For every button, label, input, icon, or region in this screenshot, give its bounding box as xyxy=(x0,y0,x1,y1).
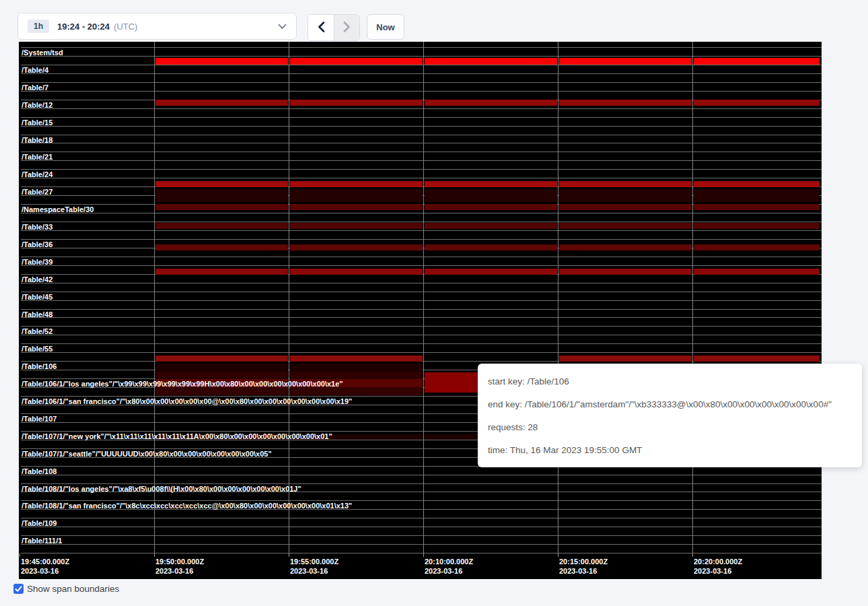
axis-tick-mark xyxy=(558,553,558,557)
row-start-key-label: /Table/52 xyxy=(22,327,52,336)
heat-cell[interactable] xyxy=(559,100,692,106)
span-boundary-line xyxy=(21,143,822,143)
axis-tick-date: 2023-03-16 xyxy=(425,566,473,576)
span-boundary-line xyxy=(21,126,822,127)
heat-cell[interactable] xyxy=(425,58,557,65)
heat-cell[interactable] xyxy=(559,58,692,65)
heat-cell[interactable] xyxy=(694,181,820,187)
heat-cell[interactable] xyxy=(694,244,820,250)
heat-cell[interactable] xyxy=(559,181,692,187)
heat-cell[interactable] xyxy=(559,204,692,210)
heat-cell[interactable] xyxy=(290,269,423,275)
span-boundary-line xyxy=(21,326,822,327)
heat-cell[interactable] xyxy=(155,364,288,372)
axis-tick-time: 19:50:00.000Z xyxy=(155,557,204,566)
span-boundary-line xyxy=(21,317,822,318)
span-boundary-line xyxy=(21,300,822,301)
row-start-key-label: /Table/107/1/"new york"/"\x11\x11\x11\x1… xyxy=(22,432,332,441)
heat-cell[interactable] xyxy=(559,244,692,250)
row-start-key-label: /Table/108 xyxy=(22,467,57,476)
time-range-duration-badge: 1h xyxy=(28,20,49,33)
axis-tick-label: 20:10:00.000Z2023-03-16 xyxy=(425,557,473,576)
tooltip-requests: requests: 28 xyxy=(488,416,862,439)
heat-cell[interactable] xyxy=(290,189,423,202)
row-start-key-label: /Table/27 xyxy=(22,188,52,197)
span-hover-tooltip: start key: /Table/106 end key: /Table/10… xyxy=(478,364,862,467)
heat-cell[interactable] xyxy=(425,189,557,202)
heat-cell[interactable] xyxy=(155,58,288,65)
heat-cell[interactable] xyxy=(425,244,557,250)
tooltip-time: time: Thu, 16 Mar 2023 19:55:00 GMT xyxy=(488,439,862,462)
span-boundary-line xyxy=(21,65,822,65)
heat-cell[interactable] xyxy=(425,181,557,187)
previous-time-button[interactable] xyxy=(308,15,334,40)
span-boundary-line xyxy=(21,283,822,283)
span-boundary-line xyxy=(21,500,822,501)
show-span-boundaries-checkbox[interactable] xyxy=(13,584,24,594)
heat-cell[interactable] xyxy=(425,223,557,229)
axis-tick-mark xyxy=(20,553,20,557)
heat-cell[interactable] xyxy=(155,189,288,202)
time-range-text: 19:24 - 20:24 xyxy=(57,22,110,32)
heat-cell[interactable] xyxy=(290,356,423,362)
heat-cell[interactable] xyxy=(155,244,288,250)
heat-cell[interactable] xyxy=(290,244,423,250)
time-range-zone: (UTC) xyxy=(114,22,137,32)
heat-cell[interactable] xyxy=(155,100,288,106)
heat-cell[interactable] xyxy=(559,269,692,275)
heat-cell[interactable] xyxy=(694,269,820,275)
heat-cell[interactable] xyxy=(290,100,423,106)
row-start-key-label: /Table/42 xyxy=(22,275,52,284)
now-button[interactable]: Now xyxy=(367,14,404,40)
span-boundary-line xyxy=(21,527,822,527)
span-boundary-line xyxy=(21,239,822,240)
time-gridline xyxy=(558,42,558,553)
span-boundary-line xyxy=(21,483,822,484)
heatmap-chart[interactable]: /System/tsd/Table/4/Table/7/Table/12/Tab… xyxy=(19,42,822,579)
axis-tick-date: 2023-03-16 xyxy=(694,566,742,576)
heat-cell[interactable] xyxy=(559,223,692,229)
span-boundary-line xyxy=(21,160,822,161)
heat-cell[interactable] xyxy=(155,372,288,379)
heat-cell[interactable] xyxy=(425,204,557,210)
heat-cell[interactable] xyxy=(694,100,820,106)
heat-cell[interactable] xyxy=(290,181,423,187)
heat-cell[interactable] xyxy=(694,204,820,210)
axis-tick-time: 19:45:00.000Z xyxy=(21,557,69,566)
heat-cell[interactable] xyxy=(290,58,423,65)
heat-cell[interactable] xyxy=(290,204,423,210)
heat-cell[interactable] xyxy=(694,189,820,202)
heat-cell[interactable] xyxy=(559,356,692,362)
span-boundary-line xyxy=(21,553,822,553)
axis-tick-label: 20:15:00.000Z2023-03-16 xyxy=(559,557,608,576)
heat-cell[interactable] xyxy=(155,181,288,187)
heat-cell[interactable] xyxy=(290,364,423,372)
heat-cell[interactable] xyxy=(155,204,288,210)
heat-cell[interactable] xyxy=(694,223,820,229)
heat-cell[interactable] xyxy=(155,223,288,229)
row-start-key-label: /Table/109 xyxy=(22,519,57,528)
heat-cell[interactable] xyxy=(694,58,820,65)
heat-cell[interactable] xyxy=(559,189,692,202)
time-nav-group xyxy=(308,14,360,41)
axis-tick-label: 19:45:00.000Z2023-03-16 xyxy=(21,557,69,576)
time-range-selector[interactable]: 1h 19:24 - 20:24 (UTC) xyxy=(17,13,297,40)
row-start-key-label: /Table/108/1/"san francisco"/"\x8c\xcc\x… xyxy=(22,502,352,510)
heat-cell[interactable] xyxy=(155,356,288,362)
chevron-right-icon xyxy=(343,22,351,34)
heat-cell[interactable] xyxy=(290,223,423,229)
span-boundary-line xyxy=(21,117,822,118)
span-boundary-line xyxy=(21,343,822,344)
row-start-key-label: /Table/7 xyxy=(22,83,48,92)
heat-cell[interactable] xyxy=(290,372,423,379)
next-time-button[interactable] xyxy=(334,15,359,40)
heat-cell[interactable] xyxy=(155,269,288,275)
row-start-key-label: /NamespaceTable/30 xyxy=(22,205,94,214)
span-boundary-line xyxy=(21,352,822,353)
heat-cell[interactable] xyxy=(425,269,557,275)
heatmap-rows-area[interactable]: /System/tsd/Table/4/Table/7/Table/12/Tab… xyxy=(19,42,822,553)
time-gridline xyxy=(289,42,289,553)
heat-cell[interactable] xyxy=(694,356,820,362)
time-gridline xyxy=(423,42,424,553)
heat-cell[interactable] xyxy=(425,100,557,106)
